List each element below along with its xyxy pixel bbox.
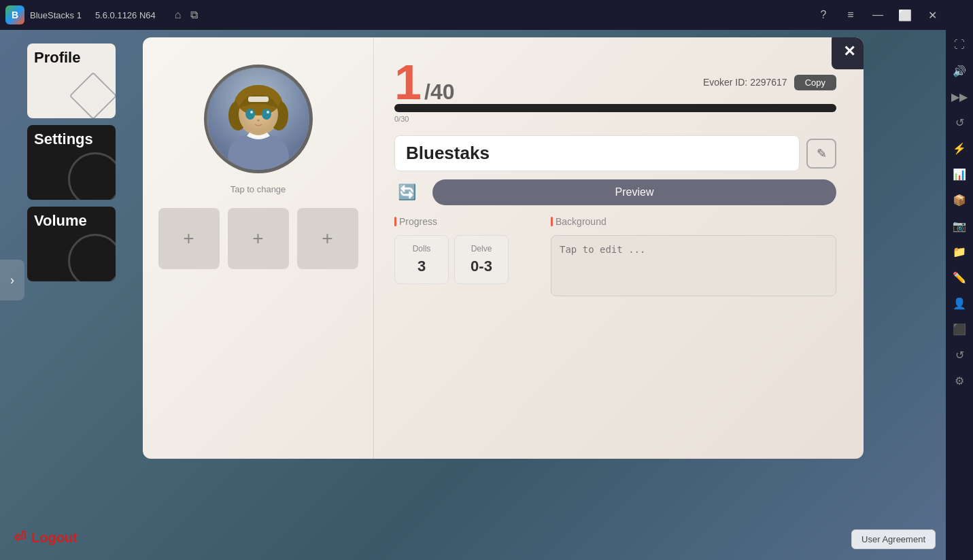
level-display: 1 /40 [394,58,455,107]
level-row: 1 /40 Evoker ID: 2297617 Copy [394,58,836,107]
delve-value: 0-3 [468,258,494,275]
copy-icon[interactable]: ⧉ [190,9,198,21]
app-version: 5.6.0.1126 N64 [95,10,156,20]
progress-title: Progress [394,216,537,227]
evoker-row: Evoker ID: 2297617 Copy [703,75,836,90]
character-illustration [207,68,309,170]
copy-button[interactable]: Copy [794,75,836,90]
svg-point-13 [267,111,269,113]
background-section: Background [551,216,836,438]
app-title: BlueStacks 1 [30,10,82,20]
delve-card: Delve 0-3 [454,235,509,284]
refresh-button[interactable]: 🔄 [394,180,419,205]
svg-rect-2 [238,136,279,170]
sidebar-draw[interactable]: ✏️ [947,265,972,290]
edit-icon: ✎ [817,146,827,161]
name-row: ✎ [394,135,836,171]
plus-button-3[interactable]: + [297,208,358,269]
minimize-button[interactable]: — [870,7,886,23]
menu-item-volume[interactable]: Volume [27,207,116,281]
sidebar-settings[interactable]: ⚙ [947,368,972,393]
avatar-container[interactable] [204,65,313,173]
avatar-image [207,68,309,170]
menu-item-settings[interactable]: Settings [27,125,116,200]
plus-button-1[interactable]: + [158,208,220,269]
profile-label: Profile [34,49,80,67]
dolls-label: Dolls [409,244,434,253]
level-number: 1 [394,58,422,107]
background-title: Background [551,216,836,227]
evoker-id-label: Evoker ID: 2297617 [703,77,787,88]
plus-buttons-row: + + + [158,208,358,269]
preview-button[interactable]: Preview [432,179,836,205]
sidebar-controls[interactable]: ⚡ [947,136,972,160]
sidebar-apk[interactable]: 📦 [947,188,972,212]
bottom-row: Progress Dolls 3 Delve 0-3 Background [394,216,836,438]
svg-rect-15 [248,97,269,102]
sidebar-speed[interactable]: ▶▶ [947,84,972,109]
xp-label: 0/30 [394,115,409,123]
dialog-close-button[interactable]: ✕ [832,37,864,69]
profile-dialog: ✕ [143,37,864,459]
delve-label: Delve [468,244,494,253]
logout-button[interactable]: ⏎ Logout [14,529,78,546]
sidebar-files[interactable]: 📁 [947,239,972,264]
sidebar-screenshot[interactable]: 📷 [947,213,972,238]
menu-button[interactable]: ≡ [842,7,859,23]
sidebar-fullscreen[interactable]: ⛶ [947,33,972,57]
titlebar-icons: ⌂ ⧉ [175,9,199,21]
sidebar-analytics[interactable]: 📊 [947,162,972,186]
sidebar-volume[interactable]: 🔊 [947,58,972,83]
dolls-value: 3 [409,258,434,275]
app-logo: B [5,5,24,24]
svg-point-11 [262,109,271,120]
home-icon[interactable]: ⌂ [175,9,182,21]
edit-button[interactable]: ✎ [806,139,836,169]
plus-button-2[interactable]: + [228,208,289,269]
maximize-button[interactable]: ⬜ [897,7,913,23]
logout-icon: ⏎ [14,529,26,546]
sidebar-layers[interactable]: ⬛ [947,317,972,341]
background-textarea[interactable] [551,235,836,296]
titlebar: B BlueStacks 1 5.6.0.1126 N64 ⌂ ⧉ ? ≡ — … [0,0,973,30]
window-controls: ? ≡ — ⬜ ✕ ⋙ [815,7,968,23]
dialog-left-panel: Tap to change + + + [143,37,374,459]
avatar-preview-row: 🔄 Preview [394,179,836,205]
xp-section: 0/30 [394,109,836,124]
help-button[interactable]: ? [815,7,832,23]
menu-item-profile[interactable]: Profile [27,43,116,118]
panel-arrow-button[interactable]: › [0,260,24,300]
name-input[interactable] [394,135,800,171]
settings-decoration [68,152,116,200]
right-sidebar: ⛶ 🔊 ▶▶ ↺ ⚡ 📊 📦 📷 📁 ✏️ 👤 ⬛ ↺ ⚙ [946,0,973,560]
svg-point-12 [250,111,253,113]
sidebar-account[interactable]: 👤 [947,291,972,315]
tap-to-change-label[interactable]: Tap to change [231,184,286,194]
volume-label: Volume [34,212,87,230]
svg-point-10 [245,109,255,120]
progress-cards: Dolls 3 Delve 0-3 [394,235,537,284]
svg-point-14 [257,120,260,122]
progress-section: Progress Dolls 3 Delve 0-3 [394,216,537,438]
settings-label: Settings [34,130,93,148]
sidebar-rotate[interactable]: ↺ [947,110,972,135]
dolls-card: Dolls 3 [394,235,449,284]
close-button[interactable]: ✕ [924,7,940,23]
sidebar-refresh[interactable]: ↺ [947,343,972,367]
logout-label: Logout [31,530,78,546]
close-x-icon: ✕ [843,43,855,60]
xp-bar [394,104,836,112]
dialog-right-panel: 1 /40 Evoker ID: 2297617 Copy 0/30 ✎ 🔄 [374,37,864,459]
volume-decoration [68,234,116,281]
level-max: /40 [424,80,454,105]
user-agreement-button[interactable]: User Agreement [851,529,936,549]
